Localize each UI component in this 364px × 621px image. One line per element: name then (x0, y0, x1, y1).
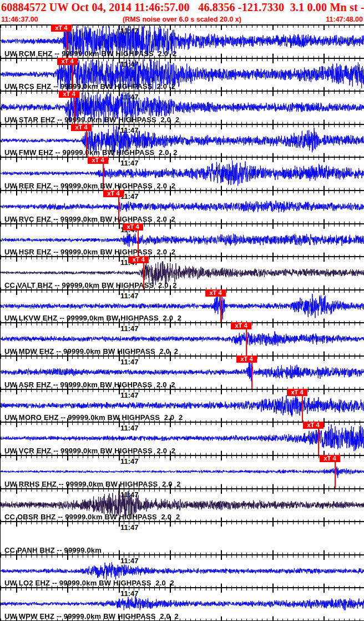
trace-row-uw-rvc-ehz[interactable]: 11:47xT 4UW RVC EHZ -- 99999.0km BW HIGH… (1, 191, 364, 224)
trace-row-uw-hsr-ehz[interactable]: 11:47xT 4UW HSR EHZ -- 99999.0km BW HIGH… (1, 224, 364, 258)
phase-pick-flag[interactable]: xT 4 (88, 157, 108, 164)
station-channel-label: UW RER EHZ -- 99999.0km BW HIGHPASS 2.0 … (4, 182, 175, 190)
trace-row-cc-panh-bhz[interactable]: 11:47CC PANH BHZ -- 99999.0km (1, 522, 364, 555)
phase-pick-flag[interactable]: xT 4 (231, 322, 251, 329)
trace-row-uw-wpw-ehz[interactable]: 11:47UW WPW EHZ -- 99999.0km BW HIGHPASS… (1, 588, 364, 621)
trace-row-uw-rcm-ehz[interactable]: 11:47xT 4UW RCM EHZ -- 99999.0km BW HIGH… (1, 26, 364, 59)
trace-row-uw-rer-ehz[interactable]: 11:47xT 4UW RER EHZ -- 99999.0km BW HIGH… (1, 158, 364, 191)
trace-row-uw-mdw-ehz[interactable]: 11:47xT 4UW MDW EHZ -- 99999.0km BW HIGH… (1, 323, 364, 357)
phase-pick-flag[interactable]: xT 4 (71, 124, 92, 131)
station-channel-label: UW LKVW EHZ -- 99999.0km BW HIGHPASS 2.0… (4, 314, 181, 322)
trace-row-cc-obsr-bhz[interactable]: 11:47CC OBSR BHZ -- 99999.0km BW HIGHPAS… (1, 489, 364, 523)
window-start-time: 11:46:37.00 (1, 14, 38, 24)
trace-row-uw-rrhs-ehz[interactable]: 11:47xT 4UW RRHS EHZ -- 99999.0km BW HIG… (1, 456, 364, 489)
time-window-bar: 11:46:37.00 (RMS noise over 6.0 s scaled… (0, 14, 364, 24)
scale-note: (RMS noise over 6.0 s scaled 20.0 x) (123, 14, 241, 24)
trace-row-uw-asr-ehz[interactable]: 11:47xT 4UW ASR EHZ -- 99999.0km BW HIGH… (1, 357, 364, 390)
trace-row-uw-moro-ehz[interactable]: 11:47xT 4UW MORO EHZ -- 99999.0km BW HIG… (1, 390, 364, 423)
phase-pick-flag[interactable]: xT 4 (59, 91, 79, 98)
phase-pick-flag[interactable]: xT 4 (123, 223, 143, 231)
station-channel-label: UW RRHS EHZ -- 99999.0km BW HIGHPASS 2.0… (4, 480, 181, 488)
trace-row-uw-vcr-ehz[interactable]: 11:47xT 4UW VCR EHZ -- 99999.0km BW HIGH… (1, 423, 364, 456)
station-channel-label: UW WPW EHZ -- 99999.0km BW HIGHPASS 2.0 … (4, 612, 179, 620)
trace-row-uw-lo2-ehz[interactable]: 11:47UW LO2 EHZ -- 99999.0km BW HIGHPASS… (1, 555, 364, 589)
trace-row-uw-fmw-ehz[interactable]: 11:47xT 4UW FMW EHZ -- 99999.0km BW HIGH… (1, 125, 364, 158)
station-channel-label: UW RCS EHZ -- 99999.0km BW HIGHPASS 2.0 … (4, 82, 175, 91)
waveform-panel: 11:47xT 4UW RCM EHZ -- 99999.0km BW HIGH… (0, 24, 364, 621)
station-channel-label: CC OBSR BHZ -- 99999.0km BW HIGHPASS 2.0… (4, 513, 180, 521)
station-channel-label: UW RVC EHZ -- 99999.0km BW HIGHPASS 2.0 … (4, 215, 175, 223)
phase-pick-flag[interactable]: xT 4 (236, 355, 257, 363)
phase-pick-flag[interactable]: xT 4 (51, 24, 72, 32)
phase-pick-flag[interactable]: xT 4 (205, 289, 226, 297)
station-channel-label: CC VALT BHZ -- 99999.0km BW HIGHPASS 2.0… (4, 281, 177, 289)
window-end-time: 11:47:48.00 (326, 14, 363, 24)
trace-row-uw-star-ehz[interactable]: 11:47xT 4UW STAR EHZ -- 99999.0km BW HIG… (1, 92, 364, 125)
trace-row-uw-lkvw-ehz[interactable]: 11:47xT 4UW LKVW EHZ -- 99999.0km BW HIG… (1, 291, 364, 324)
station-channel-label: UW VCR EHZ -- 99999.0km BW HIGHPASS 2.0 … (4, 447, 175, 455)
phase-pick-flag[interactable]: xT 4 (57, 58, 78, 65)
phase-pick-flag[interactable]: xT 4 (287, 389, 307, 396)
station-channel-label: UW HSR EHZ -- 99999.0km BW HIGHPASS 2.0 … (4, 248, 175, 256)
phase-pick-flag[interactable]: xT 4 (103, 190, 124, 197)
station-channel-label: UW LO2 EHZ -- 99999.0km BW HIGHPASS 2.0 … (4, 579, 174, 587)
station-channel-label: UW FMW EHZ -- 99999.0km BW HIGHPASS 2.0 … (4, 148, 178, 157)
phase-pick-flag[interactable]: xT 4 (128, 256, 149, 263)
event-header: 60884572 UW Oct 04, 2014 11:46:57.00 46.… (0, 0, 364, 14)
trace-row-cc-valt-bhz[interactable]: 11:47xT 4CC VALT BHZ -- 99999.0km BW HIG… (1, 257, 364, 291)
station-channel-label: UW STAR EHZ -- 99999.0km BW HIGHPASS 2.0… (4, 116, 179, 124)
station-channel-label: UW RCM EHZ -- 99999.0km BW HIGHPASS 2.0 … (4, 49, 176, 58)
phase-pick-flag[interactable]: xT 4 (303, 422, 323, 429)
station-channel-label: UW MDW EHZ -- 99999.0km BW HIGHPASS 2.0 … (4, 347, 178, 355)
station-channel-label: CC PANH BHZ -- 99999.0km (4, 546, 102, 554)
trace-row-uw-rcs-ehz[interactable]: 11:47xT 4UW RCS EHZ -- 99999.0km BW HIGH… (1, 59, 364, 92)
station-channel-label: UW ASR EHZ -- 99999.0km BW HIGHPASS 2.0 … (4, 380, 175, 389)
station-channel-label: UW MORO EHZ -- 99999.0km BW HIGHPASS 2.0… (4, 413, 183, 422)
phase-pick-flag[interactable]: xT 4 (320, 455, 340, 462)
